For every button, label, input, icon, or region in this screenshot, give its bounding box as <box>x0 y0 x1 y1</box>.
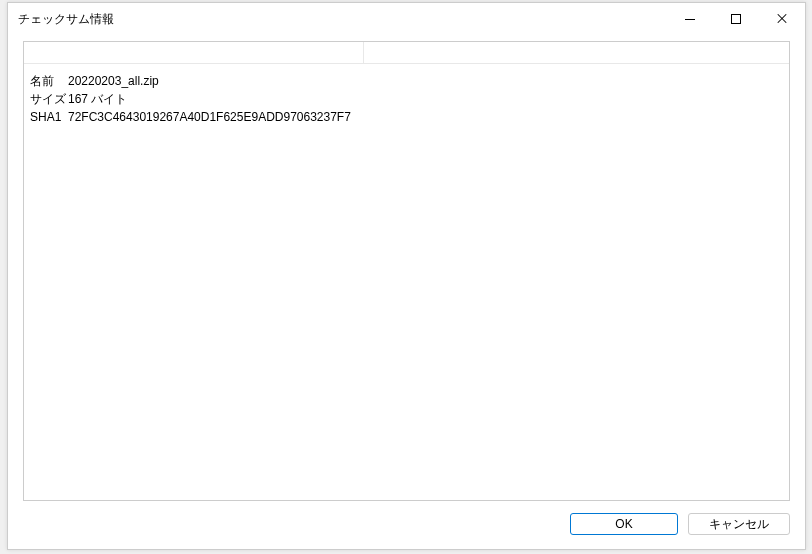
content-panel: 名前 20220203_all.zip サイズ 167 バイト SHA1 72F… <box>23 41 790 501</box>
window-controls <box>667 3 805 35</box>
ok-button[interactable]: OK <box>570 513 678 535</box>
dialog-window: チェックサム情報 名前 20220203_all.zip サイズ 167 バイ <box>7 2 806 550</box>
titlebar: チェックサム情報 <box>8 3 805 35</box>
info-row-size: サイズ 167 バイト <box>30 90 783 108</box>
minimize-icon <box>685 19 695 20</box>
label-size: サイズ <box>30 90 68 108</box>
info-row-sha1: SHA1 72FC3C4643019267A40D1F625E9ADD97063… <box>30 108 783 126</box>
label-name: 名前 <box>30 72 68 90</box>
value-size: 167 バイト <box>68 90 783 108</box>
button-bar: OK キャンセル <box>8 507 805 549</box>
info-row-name: 名前 20220203_all.zip <box>30 72 783 90</box>
maximize-button[interactable] <box>713 3 759 35</box>
value-sha1: 72FC3C4643019267A40D1F625E9ADD97063237F7 <box>68 108 783 126</box>
cancel-button[interactable]: キャンセル <box>688 513 790 535</box>
column-separator[interactable] <box>24 42 364 63</box>
checksum-info: 名前 20220203_all.zip サイズ 167 バイト SHA1 72F… <box>24 64 789 134</box>
column-header <box>24 42 789 64</box>
close-icon <box>776 13 788 25</box>
label-sha1: SHA1 <box>30 108 68 126</box>
close-button[interactable] <box>759 3 805 35</box>
window-title: チェックサム情報 <box>18 11 667 28</box>
maximize-icon <box>731 14 741 24</box>
minimize-button[interactable] <box>667 3 713 35</box>
value-name: 20220203_all.zip <box>68 72 783 90</box>
